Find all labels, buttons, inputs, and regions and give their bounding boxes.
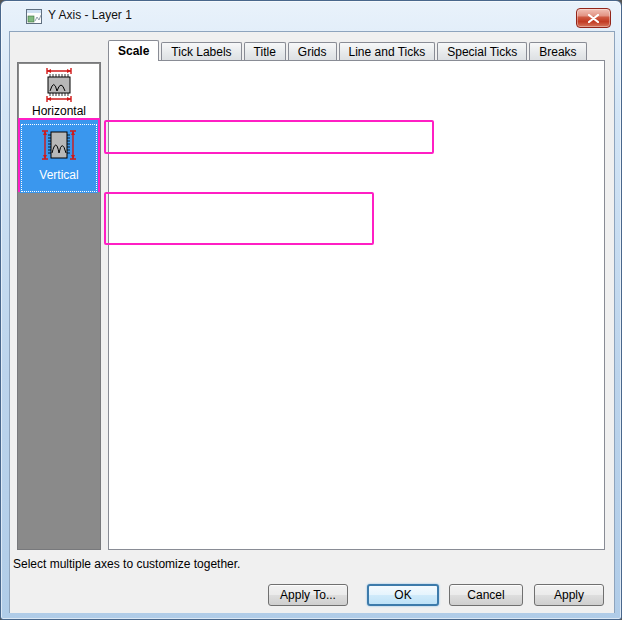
- axis-item-vertical[interactable]: Vertical: [20, 123, 98, 193]
- tab-special-ticks[interactable]: Special Ticks: [437, 42, 527, 61]
- window-icon: [26, 9, 42, 24]
- tab-breaks[interactable]: Breaks: [529, 42, 586, 61]
- tab-scale[interactable]: Scale: [108, 40, 159, 61]
- scale-tab-panel: [108, 60, 605, 550]
- axis-item-horizontal[interactable]: Horizontal: [19, 64, 99, 118]
- vertical-item-highlight-box: Vertical: [18, 118, 100, 192]
- axis-item-label: Vertical: [20, 168, 98, 182]
- cancel-button[interactable]: Cancel: [449, 584, 523, 606]
- tab-title[interactable]: Title: [244, 42, 286, 61]
- horizontal-axis-icon: [35, 67, 83, 103]
- close-icon: [588, 14, 599, 23]
- title-bar[interactable]: Y Axis - Layer 1: [1, 1, 621, 31]
- vertical-axis-icon: [35, 123, 83, 167]
- tab-line-and-ticks[interactable]: Line and Ticks: [339, 42, 436, 61]
- axis-item-label: Horizontal: [19, 104, 99, 118]
- apply-button[interactable]: Apply: [534, 584, 604, 606]
- dialog-y-axis-layer1: Y Axis - Layer 1: [0, 0, 622, 620]
- window-title: Y Axis - Layer 1: [48, 8, 132, 22]
- apply-to-button[interactable]: Apply To...: [268, 584, 348, 606]
- tab-tick-labels[interactable]: Tick Labels: [161, 42, 241, 61]
- close-button[interactable]: [576, 8, 611, 28]
- ok-button[interactable]: OK: [367, 584, 439, 606]
- status-text: Select multiple axes to customize togeth…: [13, 557, 240, 571]
- axis-selector-list: Horizontal: [17, 62, 101, 550]
- tab-strip: Scale Tick Labels Title Grids Line and T…: [108, 41, 589, 61]
- tab-grids[interactable]: Grids: [288, 42, 337, 61]
